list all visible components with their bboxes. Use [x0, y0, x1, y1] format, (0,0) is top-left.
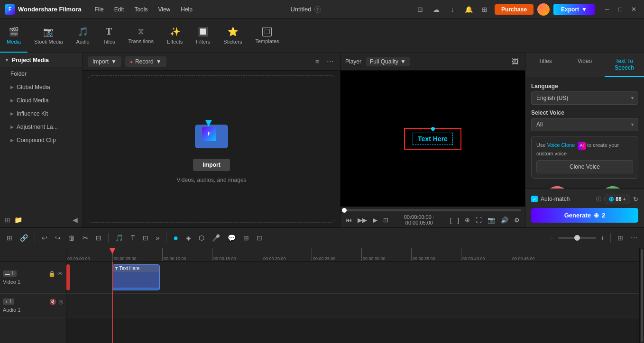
generate-button[interactable]: Generate ⊕ 2: [531, 208, 638, 223]
toolbar-media[interactable]: 🎬 Media: [0, 19, 28, 53]
step-back-button[interactable]: ⏮: [344, 215, 353, 225]
filter-icon[interactable]: ≡: [313, 56, 321, 67]
adjustment-layer-item[interactable]: ▶ Adjustment La...: [0, 120, 83, 134]
trim-button[interactable]: ⊟: [93, 232, 104, 244]
voice-jenny[interactable]: Jenny: [531, 183, 583, 189]
menu-edit[interactable]: Edit: [110, 4, 129, 15]
maximize-button[interactable]: □: [615, 4, 626, 15]
clone-voice-button[interactable]: Clone Voice: [536, 160, 633, 173]
toolbar-filters[interactable]: 🔲 Filters: [189, 19, 217, 53]
lock-track-icon[interactable]: 🔒: [48, 271, 55, 277]
user-avatar[interactable]: [537, 3, 550, 16]
close-button[interactable]: ✕: [628, 4, 639, 15]
add-track-button[interactable]: ⊞: [4, 232, 15, 244]
loop-button[interactable]: ⊡: [382, 215, 390, 225]
redo-button[interactable]: ↪: [52, 232, 64, 244]
purchase-button[interactable]: Purchase: [495, 4, 534, 15]
zoom-out-button[interactable]: −: [548, 233, 555, 243]
timeline-ruler[interactable]: 00:00:00:00 00:00:05:00 00:00:10:00 00:0…: [66, 248, 639, 262]
more-options-icon[interactable]: ⋯: [325, 56, 335, 67]
crop-button[interactable]: ⊡: [140, 232, 151, 244]
apps-icon[interactable]: ⊞: [478, 3, 491, 16]
auto-match-info-icon[interactable]: ⓘ: [596, 196, 601, 203]
tab-tts[interactable]: Text To Speech: [605, 53, 644, 77]
link-button[interactable]: 🔗: [17, 232, 31, 244]
toolbar-effects[interactable]: ✨ Effects: [160, 19, 189, 53]
toolbar-templates[interactable]: □ Templates: [248, 19, 285, 53]
notification-icon[interactable]: 🔔: [462, 3, 475, 16]
toolbar-stickers[interactable]: ⭐ Stickers: [217, 19, 248, 53]
record-audio-button[interactable]: 🎤: [209, 232, 223, 244]
project-media-header[interactable]: ▼ Project Media: [0, 53, 83, 67]
multicam-button[interactable]: ⊞: [240, 232, 252, 244]
snapshot-button[interactable]: 📷: [486, 215, 497, 225]
import-drop-area[interactable]: ▼ F Import Videos, audios, and images: [88, 75, 335, 223]
toolbar-audio[interactable]: 🎵 Audio: [70, 19, 96, 53]
menu-help[interactable]: Help: [176, 4, 197, 15]
minimize-button[interactable]: ─: [601, 4, 613, 15]
voice-select[interactable]: All: [531, 118, 638, 131]
import-button[interactable]: Import ▼: [88, 56, 121, 67]
undo-button[interactable]: ↩: [39, 232, 50, 244]
delete-button[interactable]: 🗑: [65, 232, 78, 244]
save-cloud-icon[interactable]: ☁: [430, 3, 442, 16]
keyframe-button[interactable]: ◈: [183, 232, 194, 244]
toolbar-titles[interactable]: T Titles: [96, 19, 122, 53]
add-folder-icon[interactable]: ⊞: [5, 216, 10, 224]
download-icon[interactable]: ↓: [446, 3, 459, 16]
subtitle-button[interactable]: 💬: [225, 232, 239, 244]
import-big-button[interactable]: Import: [193, 159, 230, 171]
mark-out-button[interactable]: ]: [456, 215, 460, 225]
text-button[interactable]: T: [128, 232, 138, 244]
full-screen-button[interactable]: ⛶: [474, 215, 483, 225]
more-tools-button[interactable]: »: [153, 232, 163, 244]
player-image-icon[interactable]: 🖼: [510, 56, 520, 67]
zoom-in-button[interactable]: +: [599, 233, 607, 243]
more-layout-button[interactable]: ⋯: [628, 232, 640, 244]
grid-view-button[interactable]: ⊞: [615, 232, 626, 244]
menu-file[interactable]: File: [90, 4, 108, 15]
toolbar-stock-media[interactable]: 📷 Stock Media: [28, 19, 70, 53]
timeline-scrollbar[interactable]: [639, 248, 644, 343]
monitor-icon[interactable]: ⊡: [414, 3, 426, 16]
cloud-media-item[interactable]: ▶ Cloud Media: [0, 94, 83, 107]
menu-tools[interactable]: Tools: [129, 4, 152, 15]
quality-select[interactable]: Full Quality ▼: [366, 57, 410, 66]
refresh-icon[interactable]: ↻: [633, 196, 638, 203]
pip-button[interactable]: ⊡: [254, 232, 265, 244]
menu-view[interactable]: View: [153, 4, 175, 15]
text-here-clip[interactable]: T Text Here: [112, 264, 160, 290]
insert-button[interactable]: ⊕: [463, 215, 471, 225]
zoom-slider[interactable]: [558, 237, 596, 239]
settings-button[interactable]: ⚙: [513, 215, 521, 225]
play-forward-button[interactable]: ▶▶: [356, 215, 368, 225]
compound-clip-item[interactable]: ▶ Compound Clip: [0, 134, 83, 147]
credits-plus-icon[interactable]: ⊕: [608, 195, 614, 203]
cut-button[interactable]: ✂: [80, 232, 91, 244]
play-button[interactable]: ▶: [371, 215, 379, 225]
scrollbar-thumb[interactable]: [641, 249, 643, 342]
zoom-slider-thumb[interactable]: [574, 235, 580, 241]
mark-in-button[interactable]: [: [449, 215, 453, 225]
tab-video[interactable]: Video: [565, 53, 604, 77]
mute-track-icon[interactable]: 🔇: [49, 298, 56, 305]
audio-button[interactable]: 🎵: [112, 232, 126, 244]
export-button[interactable]: Export ▼: [553, 4, 595, 15]
volume-button[interactable]: 🔊: [499, 215, 510, 225]
progress-bar[interactable]: [344, 209, 521, 211]
global-media-item[interactable]: ▶ Global Media: [0, 81, 83, 94]
auto-match-checkbox[interactable]: ✓: [531, 196, 538, 202]
title-info-icon[interactable]: ?: [314, 6, 321, 13]
language-select[interactable]: English (US): [531, 91, 638, 105]
hide-track-icon[interactable]: 👁: [57, 271, 63, 277]
folder-item[interactable]: Folder: [0, 67, 83, 81]
tab-titles[interactable]: Titles: [525, 53, 565, 77]
solo-track-icon[interactable]: ◎: [58, 298, 63, 305]
voice-jason[interactable]: Jason: [587, 183, 638, 189]
toolbar-transitions[interactable]: ⧖ Transitions: [122, 19, 160, 53]
collapse-panel-icon[interactable]: ◀: [73, 216, 78, 224]
new-folder-icon[interactable]: 📁: [14, 216, 22, 224]
play-timeline-button[interactable]: ●: [170, 231, 181, 245]
influence-kit-item[interactable]: ▶ Influence Kit: [0, 107, 83, 120]
progress-thumb[interactable]: [342, 208, 347, 213]
